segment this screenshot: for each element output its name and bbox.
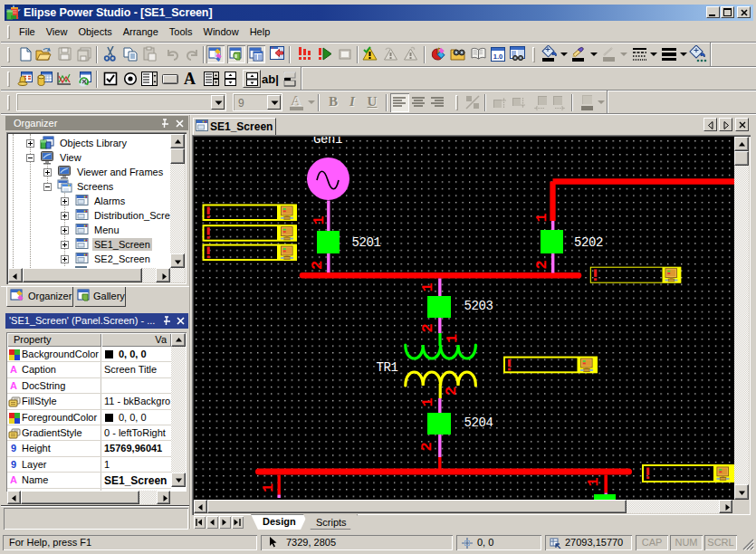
- svg-text:5204: 5204: [464, 416, 493, 430]
- svg-text:1: 1: [260, 483, 277, 492]
- svg-text:1.0: 1.0: [493, 53, 502, 61]
- svg-text:Gen1: Gen1: [313, 137, 342, 147]
- svg-text:5202: 5202: [574, 235, 603, 250]
- svg-text:1: 1: [311, 215, 328, 224]
- svg-text:1: 1: [444, 334, 461, 343]
- svg-text:A: A: [292, 94, 302, 109]
- svg-text:TR1: TR1: [377, 360, 398, 375]
- svg-text:2: 2: [309, 261, 326, 270]
- svg-text:2: 2: [443, 387, 460, 396]
- svg-text:1: 1: [419, 282, 436, 291]
- svg-text:1: 1: [533, 213, 550, 222]
- svg-text:2: 2: [418, 442, 435, 451]
- svg-text:5203: 5203: [464, 299, 493, 313]
- svg-text:2: 2: [419, 323, 436, 332]
- svg-text:5201: 5201: [352, 235, 381, 250]
- svg-text:2: 2: [533, 260, 550, 269]
- svg-text:1: 1: [419, 397, 436, 406]
- svg-text:1: 1: [585, 477, 602, 486]
